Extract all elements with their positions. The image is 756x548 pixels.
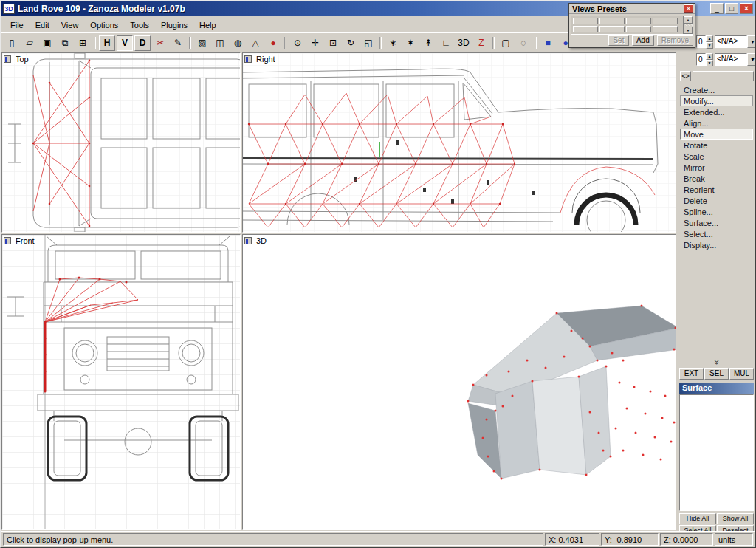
axis-icon[interactable]: ∟ — [438, 35, 454, 51]
toolbar-button[interactable] — [94, 37, 96, 49]
shaded-cube-icon[interactable]: ■ — [540, 35, 556, 51]
object-spinner-2[interactable]: 0 ▲ ▼ — [696, 53, 713, 66]
menu-tools[interactable]: Tools — [124, 18, 155, 32]
zoom-extents-icon[interactable]: ◱ — [360, 35, 377, 51]
tool-surface[interactable]: Surface... — [680, 217, 753, 228]
toggle-h-button[interactable]: H — [99, 35, 115, 51]
chevron-down-icon[interactable]: ▼ — [747, 35, 755, 48]
primitive-sphere-icon[interactable]: ◍ — [230, 35, 246, 51]
panel-collapse-button[interactable]: » — [678, 357, 755, 366]
zoom-tool-icon[interactable]: ⊙ — [289, 35, 306, 51]
tool-delete[interactable]: Delete — [680, 195, 753, 206]
tool-extended[interactable]: Extended... — [680, 106, 753, 117]
preset-slot[interactable] — [573, 18, 598, 24]
menu-help[interactable]: Help — [193, 18, 222, 32]
toolbar-button[interactable] — [492, 37, 495, 49]
deselect-button[interactable]: Deselect — [717, 525, 754, 531]
zoom-region-icon[interactable]: ⊡ — [325, 35, 341, 51]
toolbar-button[interactable] — [189, 37, 191, 49]
cut-icon[interactable]: ✂ — [152, 35, 168, 51]
tool-select[interactable]: Select... — [680, 228, 753, 239]
add-button[interactable]: Add — [632, 35, 654, 46]
viewport-top[interactable]: Top — [1, 52, 241, 233]
spin-up-icon[interactable]: ▲ — [706, 35, 713, 42]
object-combo-2[interactable]: <N/A> ▼ — [715, 53, 755, 66]
select-all-button[interactable]: Select All — [679, 525, 716, 531]
z-buffer-icon[interactable]: Z — [473, 35, 489, 51]
preset-scrollbar[interactable]: ▲ ▼ — [683, 16, 693, 34]
viewport-maximize-icon[interactable] — [4, 237, 11, 244]
preset-slot[interactable] — [653, 18, 678, 24]
toolbar-button[interactable] — [535, 37, 537, 49]
viewport-maximize-icon[interactable] — [4, 55, 11, 63]
object-combo-1[interactable]: <N/A> ▼ — [715, 35, 755, 48]
preset-slot[interactable] — [653, 26, 678, 32]
menu-view[interactable]: View — [55, 18, 85, 32]
open-file-icon[interactable]: ▱ — [21, 35, 38, 51]
print-icon[interactable]: ⊞ — [75, 35, 91, 51]
object-spinner-1[interactable]: 0 ▲ ▼ — [696, 35, 713, 48]
viewport-right[interactable]: Right — [242, 52, 676, 233]
toolbar-button[interactable] — [379, 37, 382, 49]
chevron-down-icon[interactable]: ▼ — [747, 53, 755, 66]
close-icon[interactable]: × — [684, 4, 693, 13]
viewport-maximize-icon[interactable] — [244, 237, 252, 244]
surface-list[interactable] — [679, 394, 754, 511]
scroll-up-icon[interactable]: ▲ — [684, 16, 693, 24]
mode-ext-button[interactable]: EXT — [679, 368, 704, 380]
set-button[interactable]: Set — [608, 35, 629, 46]
tool-align[interactable]: Align... — [680, 117, 753, 129]
rotate-view-icon[interactable]: ↻ — [343, 35, 359, 51]
primitive-cone-icon[interactable]: △ — [247, 35, 264, 51]
select-circle-icon[interactable]: ◌ — [515, 35, 532, 51]
viewport-maximize-icon[interactable] — [244, 55, 252, 63]
star-snap-icon[interactable]: ✶ — [402, 35, 419, 51]
tool-modify[interactable]: Modify... — [680, 95, 753, 106]
primitive-cylinder-icon[interactable]: ◫ — [212, 35, 228, 51]
maximize-button[interactable]: □ — [725, 3, 738, 14]
preset-slot[interactable] — [573, 26, 598, 32]
menu-plugins[interactable]: Plugins — [155, 18, 193, 32]
tool-display[interactable]: Display... — [680, 239, 753, 250]
mode-mul-button[interactable]: MUL — [729, 368, 754, 380]
normals-icon[interactable]: ↟ — [420, 35, 436, 51]
minimize-button[interactable]: _ — [710, 3, 724, 14]
vertex-snap-icon[interactable]: ∗ — [385, 35, 401, 51]
menu-edit[interactable]: Edit — [30, 18, 55, 32]
toggle-v-button[interactable]: V — [117, 35, 133, 51]
preset-slot[interactable] — [599, 18, 625, 24]
tool-break[interactable]: Break — [680, 173, 753, 184]
spin-down-icon[interactable]: ▼ — [706, 60, 713, 66]
viewport-3d[interactable]: 3D — [242, 234, 676, 530]
new-file-icon[interactable]: ▯ — [4, 35, 20, 51]
close-button[interactable]: × — [740, 3, 753, 14]
edit-pencil-icon[interactable]: ✎ — [170, 35, 186, 51]
tool-move[interactable]: Move — [680, 129, 753, 140]
show-all-button[interactable]: Show All — [717, 513, 754, 524]
spin-up-icon[interactable]: ▲ — [706, 53, 713, 60]
select-rectangle-icon[interactable]: ▢ — [498, 35, 514, 51]
copy-icon[interactable]: ⧉ — [57, 35, 73, 51]
tool-reorient[interactable]: Reorient — [680, 184, 753, 195]
tool-spline[interactable]: Spline... — [680, 206, 753, 217]
panel-blank-button[interactable] — [693, 71, 754, 81]
panel-expander-button[interactable]: <> — [680, 71, 691, 81]
tool-create[interactable]: Create... — [680, 84, 753, 95]
preset-slot[interactable] — [626, 26, 651, 32]
mode-sel-button[interactable]: SEL — [704, 368, 729, 380]
mode-3d2d-icon[interactable]: 3D — [456, 35, 472, 51]
preset-slot[interactable] — [599, 26, 625, 32]
scroll-down-icon[interactable]: ▼ — [684, 27, 693, 34]
toggle-d-button[interactable]: D — [134, 35, 151, 51]
viewport-front[interactable]: Front — [1, 234, 241, 530]
views-presets-titlebar[interactable]: Views Presets × — [569, 4, 695, 14]
pan-tool-icon[interactable]: ✛ — [307, 35, 323, 51]
tool-rotate[interactable]: Rotate — [680, 140, 753, 151]
toolbar-button[interactable] — [284, 37, 286, 49]
primitive-box-icon[interactable]: ▧ — [194, 35, 210, 51]
preset-slot[interactable] — [626, 18, 651, 24]
menu-options[interactable]: Options — [84, 18, 124, 32]
remove-button[interactable]: Remove — [657, 35, 693, 46]
tool-mirror[interactable]: Mirror — [680, 162, 753, 173]
menu-file[interactable]: File — [4, 18, 30, 32]
